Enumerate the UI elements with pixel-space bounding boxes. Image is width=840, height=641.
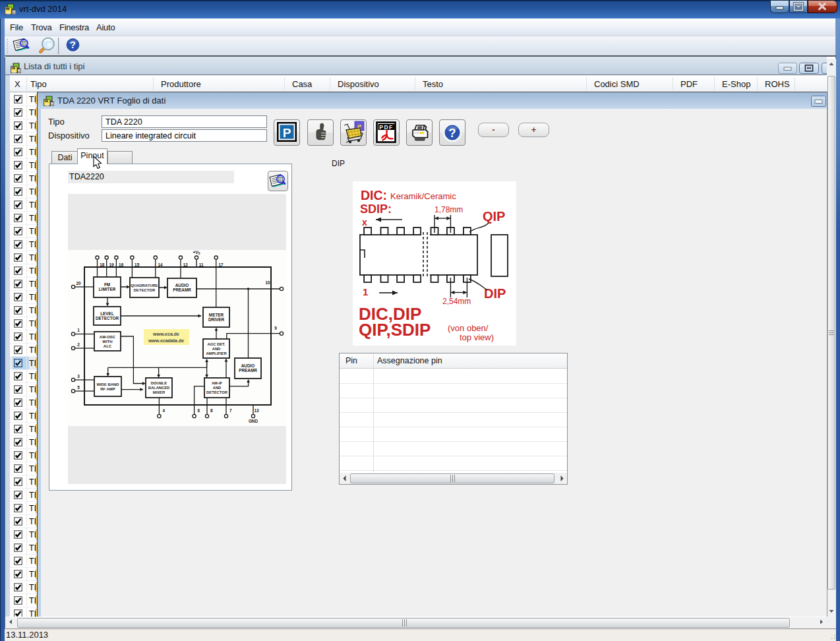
svg-text:13: 13 bbox=[254, 408, 259, 413]
svg-text:www.ecadata.de: www.ecadata.de bbox=[148, 338, 184, 343]
svg-text:4: 4 bbox=[162, 408, 165, 413]
svg-text:WITH: WITH bbox=[102, 340, 112, 344]
svg-text:MIXER: MIXER bbox=[153, 390, 165, 394]
svg-text:10: 10 bbox=[265, 280, 270, 285]
svg-text:PDF: PDF bbox=[379, 124, 393, 131]
svg-text:AMPLIFIER: AMPLIFIER bbox=[206, 351, 227, 355]
svg-text:WIDE BAND: WIDE BAND bbox=[96, 382, 119, 386]
svg-text:(von oben/: (von oben/ bbox=[448, 323, 489, 333]
svg-text:SDIP:: SDIP: bbox=[360, 202, 392, 216]
svg-text:AND: AND bbox=[212, 347, 221, 351]
svg-text:DIC:: DIC: bbox=[361, 188, 387, 202]
svg-text:x: x bbox=[362, 217, 367, 228]
svg-text:QIP: QIP bbox=[483, 209, 505, 224]
svg-text:DOUBLE: DOUBLE bbox=[151, 381, 167, 385]
svg-text:8: 8 bbox=[210, 408, 213, 413]
svg-text:QUADRATURE: QUADRATURE bbox=[131, 284, 158, 288]
svg-text:DETECTOR: DETECTOR bbox=[96, 316, 119, 320]
svg-text:18: 18 bbox=[100, 262, 105, 267]
svg-text:top view): top view) bbox=[460, 332, 494, 342]
svg-text:1: 1 bbox=[363, 286, 368, 297]
svg-text:9: 9 bbox=[274, 326, 277, 330]
svg-text:2: 2 bbox=[77, 342, 80, 347]
svg-text:GND: GND bbox=[249, 419, 258, 423]
svg-text:LEVEL: LEVEL bbox=[100, 311, 114, 316]
svg-text:P: P bbox=[283, 126, 291, 140]
svg-text:14: 14 bbox=[158, 262, 164, 267]
svg-text:19: 19 bbox=[109, 262, 114, 267]
svg-text:2,54mm: 2,54mm bbox=[442, 297, 471, 306]
svg-text:FM: FM bbox=[104, 282, 110, 287]
svg-text:AM-OSC: AM-OSC bbox=[100, 335, 116, 339]
svg-text:20: 20 bbox=[76, 281, 81, 286]
svg-text:AGC DET.: AGC DET. bbox=[207, 342, 225, 346]
svg-text:?: ? bbox=[449, 127, 456, 140]
svg-text:AM-IF: AM-IF bbox=[212, 381, 223, 385]
svg-text:AUDIO: AUDIO bbox=[175, 283, 189, 288]
svg-text:1,78mm: 1,78mm bbox=[435, 205, 463, 214]
svg-text:QIP,SDIP: QIP,SDIP bbox=[359, 320, 431, 340]
svg-text:3: 3 bbox=[77, 374, 80, 379]
svg-text:PREAMR: PREAMR bbox=[173, 288, 191, 292]
svg-text:17: 17 bbox=[218, 262, 224, 267]
svg-text:DIP: DIP bbox=[484, 286, 506, 301]
svg-text:AUDIO: AUDIO bbox=[241, 363, 255, 368]
svg-text:DETECTOR: DETECTOR bbox=[206, 390, 228, 394]
svg-text:12: 12 bbox=[183, 262, 189, 267]
svg-text:DRIVER: DRIVER bbox=[208, 317, 225, 322]
svg-text:16: 16 bbox=[119, 262, 124, 267]
svg-text:AND: AND bbox=[213, 386, 222, 390]
svg-text:www.eca.de: www.eca.de bbox=[152, 332, 179, 336]
svg-text:ALC: ALC bbox=[104, 344, 112, 348]
svg-text:7: 7 bbox=[229, 408, 232, 413]
svg-text:LIMITER: LIMITER bbox=[99, 287, 116, 291]
svg-text:11: 11 bbox=[199, 262, 204, 267]
svg-text:5: 5 bbox=[77, 385, 80, 390]
svg-text:PREAMR: PREAMR bbox=[239, 368, 257, 373]
svg-text:RF AMP: RF AMP bbox=[100, 387, 115, 391]
svg-text:DETECTOR: DETECTOR bbox=[134, 288, 156, 292]
svg-text:1: 1 bbox=[77, 328, 80, 332]
svg-text:BALANCED: BALANCED bbox=[148, 386, 170, 390]
svg-text:?: ? bbox=[70, 40, 76, 50]
svg-text:Keramik/Ceramic: Keramik/Ceramic bbox=[390, 191, 456, 201]
svg-text:6: 6 bbox=[198, 408, 200, 413]
svg-text:METER: METER bbox=[209, 313, 224, 317]
svg-text:15: 15 bbox=[135, 262, 140, 267]
